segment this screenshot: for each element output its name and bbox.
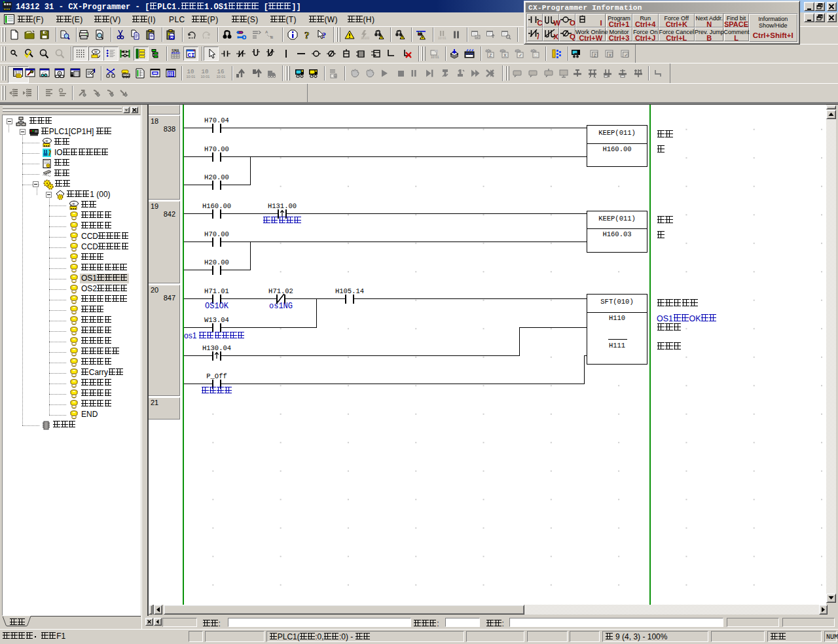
svg-text:A: A (265, 30, 268, 34)
svg-text:10:01: 10:01 (438, 36, 446, 40)
svg-text:oo: oo (123, 71, 126, 74)
svg-text:10:01: 10:01 (201, 75, 210, 79)
svg-text:w: w (73, 202, 75, 206)
svg-text:CO: CO (170, 36, 175, 39)
svg-text:10101: 10101 (361, 36, 369, 40)
svg-text:H: H (122, 50, 124, 54)
svg-text:B: B (270, 35, 274, 39)
svg-text:Z: Z (594, 53, 597, 58)
svg-text:Z: Z (489, 53, 492, 58)
svg-text:?: ? (304, 30, 310, 41)
svg-text:X: X (503, 53, 507, 58)
svg-text:?: ? (322, 31, 326, 40)
svg-text:✓: ✓ (625, 53, 628, 58)
svg-text:W: W (94, 50, 98, 54)
svg-text:10:01: 10:01 (431, 55, 439, 59)
svg-text:002: 002 (168, 74, 173, 77)
svg-text:w: w (46, 139, 48, 143)
svg-text:CI: CI (187, 52, 194, 59)
svg-text:10:01: 10:01 (187, 75, 196, 79)
svg-text:X: X (609, 53, 612, 58)
svg-text:✓: ✓ (519, 53, 522, 58)
svg-text:10:01: 10:01 (216, 75, 225, 79)
